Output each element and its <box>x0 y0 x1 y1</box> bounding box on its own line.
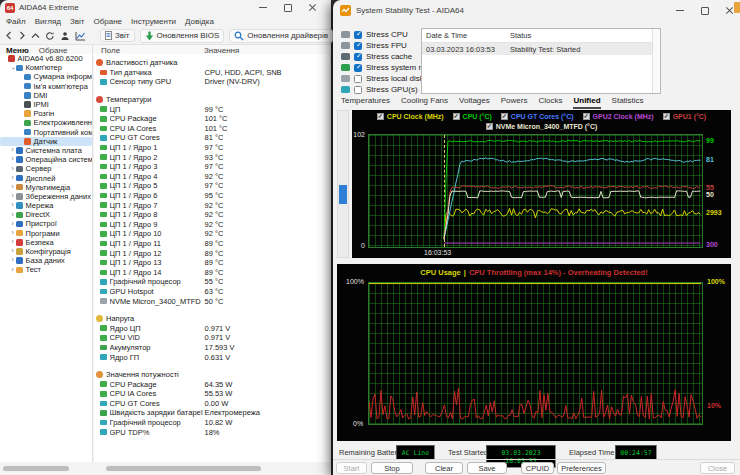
tree-item[interactable]: Електроживлення <box>0 118 92 127</box>
sensor-row[interactable]: ЦП 1 / Ядро 1489 °C <box>94 267 330 277</box>
tree-item[interactable]: ›Конфігурація <box>0 247 92 256</box>
tree-item[interactable]: Розгін <box>0 109 92 118</box>
sensor-row[interactable]: CPU IA Cores55.53 W <box>94 389 330 399</box>
sensor-row[interactable]: ЦП 1 / Ядро 1289 °C <box>94 248 330 258</box>
user-icon[interactable] <box>60 29 70 42</box>
tab-cooling-fans[interactable]: Cooling Fans <box>401 96 448 109</box>
tab-clocks[interactable]: Clocks <box>538 96 562 109</box>
tree-item[interactable]: Датчик <box>0 137 92 146</box>
save-button[interactable]: Save <box>467 462 507 474</box>
tab-voltages[interactable]: Voltages <box>459 96 490 109</box>
sensor-row[interactable]: ЦП 1 / Ядро 1389 °C <box>94 258 330 268</box>
sensor-row[interactable]: Ядро ГП0.631 V <box>94 352 330 362</box>
sensor-row[interactable]: Графічний процесор10.82 W <box>94 418 330 428</box>
checkbox[interactable] <box>377 113 384 120</box>
bios-update-button[interactable]: Оновлення BIOS <box>140 29 225 43</box>
menu-item[interactable]: Інструменти <box>131 17 176 26</box>
tree-horizontal-scrollbar[interactable] <box>0 464 92 473</box>
log-column-header[interactable]: Status <box>510 31 660 40</box>
sensor-row[interactable]: ЦП 1 / Ядро 695 °C <box>94 191 330 201</box>
menu-item[interactable]: Довідка <box>185 17 214 26</box>
expand-arrow-icon[interactable]: › <box>9 166 16 173</box>
back-icon[interactable] <box>5 29 13 42</box>
sensor-row[interactable]: GPU TDP%18% <box>94 427 330 437</box>
sensor-row[interactable]: CPU GT Cores81 °C <box>94 133 330 143</box>
tree-item[interactable]: IPMI <box>0 100 92 109</box>
sensor-row[interactable]: ЦП 1 / Ядро 492 °C <box>94 172 330 182</box>
expand-arrow-icon[interactable]: › <box>9 64 16 71</box>
sensor-row[interactable]: Акумулятор17.593 V <box>94 343 330 353</box>
sensor-row[interactable]: Тип датчикаCPU, HDD, ACPI, SNB <box>94 68 330 78</box>
tree-item[interactable]: AIDA64 v6.80.6200 <box>0 54 92 63</box>
tab-statistics[interactable]: Statistics <box>612 96 644 109</box>
expand-arrow-icon[interactable]: › <box>9 267 16 274</box>
checkbox[interactable] <box>486 123 493 130</box>
tree-item[interactable]: Портативний комп'ю <box>0 128 92 137</box>
minimize-icon[interactable] <box>675 6 685 15</box>
scrollbar-thumb[interactable] <box>339 185 347 204</box>
sensor-row[interactable]: Сенсор типу GPUDriver (NV-DRV) <box>94 77 330 87</box>
menu-item[interactable]: Обране <box>93 17 122 26</box>
up-icon[interactable] <box>31 29 40 42</box>
checkbox[interactable] <box>501 113 508 120</box>
clear-button[interactable]: Clear <box>425 462 463 474</box>
checkbox[interactable] <box>354 64 362 72</box>
checkbox[interactable] <box>663 113 670 120</box>
sensor-row[interactable]: CPU GT Cores0.00 W <box>94 399 330 409</box>
expand-arrow-icon[interactable]: › <box>9 147 16 154</box>
menu-item[interactable]: Звіт <box>70 17 85 26</box>
tree-item[interactable]: ›Сервер <box>0 164 92 173</box>
minimize-icon[interactable] <box>258 3 268 12</box>
checkbox[interactable] <box>453 113 460 120</box>
maximize-icon[interactable] <box>283 3 293 12</box>
tree-item[interactable]: ›Безпека <box>0 238 92 247</box>
sensor-row[interactable]: CPU Package64.35 W <box>94 379 330 389</box>
checkbox[interactable] <box>354 53 362 61</box>
sensor-row[interactable]: ЦП 1 / Ядро 197 °C <box>94 143 330 153</box>
tab-temperatures[interactable]: Temperatures <box>341 96 390 109</box>
expand-arrow-icon[interactable]: › <box>9 193 16 200</box>
sensor-horizontal-scrollbar[interactable] <box>94 464 330 473</box>
sensor-row[interactable]: ЦП99 °C <box>94 104 330 114</box>
forward-icon[interactable] <box>18 29 26 42</box>
unified-vertical-scrollbar[interactable] <box>337 110 349 258</box>
report-button[interactable]: Звіт <box>100 29 135 42</box>
sensor-row[interactable]: ЦП 1 / Ядро 892 °C <box>94 210 330 220</box>
graph-icon[interactable] <box>75 29 86 42</box>
tab-powers[interactable]: Powers <box>501 96 528 109</box>
sensor-row[interactable]: ЦП 1 / Ядро 992 °C <box>94 220 330 230</box>
expand-arrow-icon[interactable]: › <box>9 230 16 237</box>
stop-button[interactable]: Stop <box>371 462 413 474</box>
scrollbar-thumb[interactable] <box>3 466 69 471</box>
expand-arrow-icon[interactable]: › <box>9 257 16 264</box>
expand-arrow-icon[interactable]: › <box>9 175 16 182</box>
refresh-icon[interactable] <box>45 29 55 42</box>
sensor-row[interactable]: ЦП 1 / Ядро 397 °C <box>94 162 330 172</box>
expand-arrow-icon[interactable]: › <box>9 184 16 191</box>
tree-item[interactable]: ›Мережа <box>0 201 92 210</box>
expand-arrow-icon[interactable]: › <box>9 221 16 228</box>
tree-item[interactable]: ›Тест <box>0 265 92 274</box>
close-icon[interactable] <box>308 3 318 12</box>
sensor-row[interactable]: CPU VID0.971 V <box>94 333 330 343</box>
tree-item[interactable]: Сумарна інформація <box>0 72 92 81</box>
tree-item[interactable]: ›Програми <box>0 229 92 238</box>
tree-item[interactable]: ›DirectX <box>0 210 92 219</box>
menu-item[interactable]: Вигляд <box>35 17 61 26</box>
preferences-button[interactable]: Preferences <box>557 462 606 474</box>
checkbox[interactable] <box>354 75 362 83</box>
log-column-header[interactable]: Date & Time <box>422 31 510 40</box>
sensor-row[interactable]: ЦП 1 / Ядро 1189 °C <box>94 239 330 249</box>
sensor-row[interactable]: CPU IA Cores101 °C <box>94 124 330 134</box>
sensor-row[interactable]: ЦП 1 / Ядро 597 °C <box>94 181 330 191</box>
tree-item[interactable]: ›Дисплей <box>0 173 92 182</box>
maximize-icon[interactable] <box>700 6 710 15</box>
tab-unified[interactable]: Unified <box>573 96 600 109</box>
checkbox[interactable] <box>354 42 362 50</box>
tree-item[interactable]: ›Системна плата <box>0 146 92 155</box>
tree-item[interactable]: DMI <box>0 91 92 100</box>
sensor-row[interactable]: ЦП 1 / Ядро 792 °C <box>94 200 330 210</box>
checkbox[interactable] <box>354 31 362 39</box>
sensor-row[interactable]: Ядро ЦП0.971 V <box>94 323 330 333</box>
tree-item[interactable]: ›Збереження даних <box>0 192 92 201</box>
